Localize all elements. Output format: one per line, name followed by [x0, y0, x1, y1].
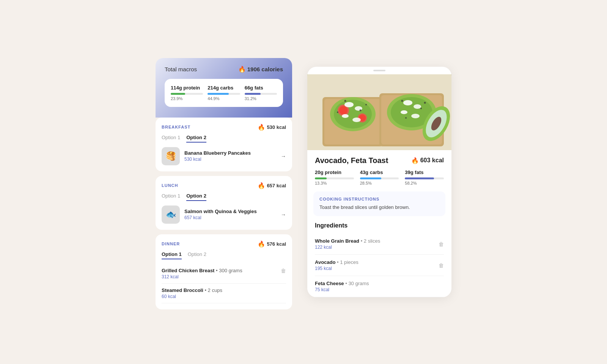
lunch-tab-option1[interactable]: Option 1: [162, 193, 180, 201]
breakfast-item-name: Banana Blueberry Pancakes: [184, 150, 276, 156]
cooking-instructions-label: COOKING INSTRUCTIONS: [319, 197, 439, 201]
lunch-item[interactable]: 🐟 Salmon with Quinoa & Veggies 657 kcal …: [162, 206, 286, 224]
svg-point-19: [401, 110, 407, 114]
food-macro-fats-label: 39g fats: [405, 169, 444, 175]
food-macro-protein-track: [315, 177, 354, 179]
dinner-item-2-kcal: 60 kcal: [162, 294, 222, 299]
breakfast-tabs: Option 1 Option 2: [162, 135, 286, 143]
macro-carbs: 214g carbs 44.9%: [208, 85, 240, 101]
macro-protein-track: [171, 93, 203, 95]
scroll-dot: [373, 70, 385, 71]
lunch-tab-option2[interactable]: Option 2: [186, 193, 206, 201]
macro-carbs-percent: 44.9%: [208, 96, 240, 101]
card-header: Total macros 🔥 1906 calories 114g protei…: [156, 58, 292, 118]
breakfast-header: BREAKFAST 🔥 530 kcal: [162, 124, 286, 131]
ingredient-2-quantity: • 30 grams: [345, 281, 369, 286]
food-macro-carbs-bar: [360, 177, 381, 179]
ingredient-1-delete-icon[interactable]: 🗑: [439, 262, 444, 268]
food-macro-fats: 39g fats 58.2%: [405, 169, 444, 185]
lunch-title: LUNCH: [162, 183, 178, 188]
dinner-tab-option2[interactable]: Option 2: [188, 251, 206, 259]
ingredient-item-0: Whole Grain Bread • 2 slices 122 kcal 🗑: [315, 234, 444, 255]
ingredient-0-name: Whole Grain Bread • 2 slices: [315, 238, 380, 244]
macro-fats-percent: 31.2%: [245, 96, 277, 101]
lunch-calories: 🔥 657 kcal: [258, 182, 286, 189]
svg-point-20: [411, 114, 420, 118]
svg-point-17: [403, 100, 412, 105]
breakfast-fire-icon: 🔥: [258, 124, 265, 131]
dinner-tab-option1[interactable]: Option 1: [162, 251, 182, 259]
dinner-title: DINNER: [162, 242, 180, 246]
food-image: [307, 74, 451, 150]
food-macro-fats-percent: 58.2%: [405, 181, 444, 185]
ingredient-0-quantity: • 2 slices: [361, 238, 381, 244]
macro-protein-bar: [171, 93, 185, 95]
food-macro-protein-percent: 13.3%: [315, 181, 354, 185]
dinner-header: DINNER 🔥 576 kcal: [162, 240, 286, 248]
food-kcal-value: 603 kcal: [420, 157, 444, 164]
fire-icon: 🔥: [238, 66, 246, 73]
dinner-item-1-quantity: • 300 grams: [216, 268, 242, 273]
svg-point-13: [344, 102, 354, 107]
left-meal-plan-card: Total macros 🔥 1906 calories 114g protei…: [156, 58, 292, 314]
food-macros-grid: 20g protein 13.3% 43g carbs 28.5% 39g fa…: [307, 169, 451, 191]
ingredient-2-name: Feta Cheese • 30 grams: [315, 281, 369, 286]
macro-protein: 114g protein 23.9%: [171, 85, 203, 101]
lunch-kcal: 657 kcal: [267, 183, 286, 188]
food-detail-kcal: 🔥 603 kcal: [411, 157, 444, 164]
food-macro-carbs-label: 43g carbs: [360, 169, 399, 175]
total-macros-label: Total macros: [165, 66, 197, 72]
dinner-item-1-name: Grilled Chicken Breast • 300 grams: [162, 268, 242, 273]
food-macro-carbs: 43g carbs 28.5%: [360, 169, 399, 185]
breakfast-kcal: 530 kcal: [267, 124, 286, 130]
lunch-info: Salmon with Quinoa & Veggies 657 kcal: [184, 209, 276, 220]
breakfast-tab-option2[interactable]: Option 2: [186, 135, 206, 143]
food-illustration: [307, 74, 451, 150]
calories-display: 🔥 1906 calories: [238, 66, 283, 73]
ingredient-1-info: Avocado • 1 pieces 195 kcal: [315, 259, 359, 271]
macro-carbs-label: 214g carbs: [208, 85, 240, 91]
ingredient-item-2: Feta Cheese • 30 grams 75 kcal: [315, 276, 444, 297]
dinner-tabs: Option 1 Option 2: [162, 251, 286, 259]
lunch-item-name: Salmon with Quinoa & Veggies: [184, 209, 276, 214]
svg-point-24: [360, 109, 362, 111]
ingredient-1-quantity: • 1 pieces: [337, 259, 359, 265]
scroll-indicator: [307, 67, 451, 74]
right-food-detail-card: Avocado, Feta Toast 🔥 603 kcal 20g prote…: [307, 67, 451, 298]
food-macro-fats-track: [405, 177, 444, 179]
breakfast-tab-option1[interactable]: Option 1: [162, 135, 180, 143]
ingredient-0-info: Whole Grain Bread • 2 slices 122 kcal: [315, 238, 380, 250]
lunch-tabs: Option 1 Option 2: [162, 193, 286, 201]
dinner-kcal: 576 kcal: [267, 241, 286, 247]
ingredient-2-kcal: 75 kcal: [315, 287, 369, 292]
cooking-instructions: COOKING INSTRUCTIONS Toast the bread sli…: [313, 191, 445, 217]
macro-protein-label: 114g protein: [171, 85, 203, 91]
lunch-thumb: 🐟: [162, 206, 180, 224]
macro-protein-percent: 23.9%: [171, 96, 203, 101]
dinner-calories: 🔥 576 kcal: [258, 240, 286, 248]
dinner-item-1-delete-icon[interactable]: 🗑: [281, 268, 286, 274]
calories-value: 1906 calories: [247, 66, 283, 72]
ingredient-0-kcal: 122 kcal: [315, 245, 380, 250]
macro-fats-bar: [245, 93, 261, 95]
dinner-item-1-info: Grilled Chicken Breast • 300 grams 312 k…: [162, 268, 242, 279]
macro-fats-label: 66g fats: [245, 85, 277, 91]
ingredient-0-delete-icon[interactable]: 🗑: [439, 241, 444, 247]
svg-point-16: [352, 118, 361, 122]
ingredient-item-1: Avocado • 1 pieces 195 kcal 🗑: [315, 255, 444, 276]
ingredient-1-kcal: 195 kcal: [315, 266, 359, 271]
ingredients-section: Ingredients Whole Grain Bread • 2 slices…: [307, 222, 451, 297]
food-macro-fats-bar: [405, 177, 434, 179]
food-macro-carbs-percent: 28.5%: [360, 181, 399, 185]
dinner-item-2: Steamed Broccoli • 2 cups 60 kcal: [162, 284, 286, 303]
dinner-item-2-quantity: • 2 cups: [204, 287, 222, 293]
svg-point-10: [339, 106, 348, 115]
breakfast-thumb: 🥞: [162, 147, 180, 165]
breakfast-section: BREAKFAST 🔥 530 kcal Option 1 Option 2 🥞…: [156, 118, 292, 171]
breakfast-item[interactable]: 🥞 Banana Blueberry Pancakes 530 kcal →: [162, 147, 286, 165]
dinner-item-1-kcal: 312 kcal: [162, 274, 242, 279]
svg-point-26: [420, 108, 422, 109]
breakfast-info: Banana Blueberry Pancakes 530 kcal: [184, 150, 276, 162]
lunch-arrow-icon: →: [281, 212, 286, 218]
breakfast-arrow-icon: →: [281, 153, 286, 159]
